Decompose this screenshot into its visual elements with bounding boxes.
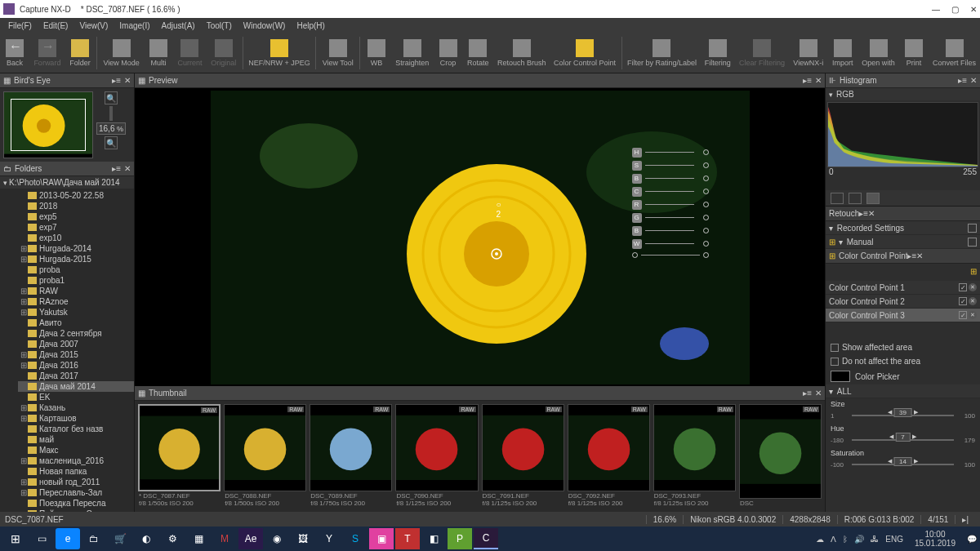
thumbnail-item[interactable]: RAWDSC_7093.NEFf/8 1/125s ISO 200 (653, 404, 736, 509)
toolbar-import[interactable]: Import (828, 33, 858, 73)
tree-item[interactable]: ⊞Дача 2016 (18, 360, 134, 371)
no-affect-checkbox[interactable]: Do not affect the area (826, 354, 980, 368)
tree-item[interactable]: 2013-05-20 22.58 (18, 190, 134, 201)
menu-item[interactable]: Edit(E) (38, 20, 74, 31)
tray-onedrive-icon[interactable]: ☁ (816, 535, 824, 544)
toolbar-viewnx-i[interactable]: ViewNX-i (789, 33, 827, 73)
tree-item[interactable]: ⊞Yakutsk (18, 307, 134, 318)
panel-toggle-icon[interactable]: ▸≡ (958, 76, 967, 85)
preview-marker[interactable]: ○ (497, 200, 501, 209)
menu-item[interactable]: View(V) (74, 20, 113, 31)
toolbar-folder[interactable]: Folder (65, 33, 96, 73)
zoom-out-button[interactable]: 🔍 (105, 136, 118, 149)
ccp-slider-row[interactable]: C (632, 187, 709, 197)
panel-toggle-icon[interactable]: ▸≡ (112, 164, 121, 173)
ccp-slider-row[interactable]: B (632, 226, 709, 236)
tree-item[interactable]: Дача 2007 (18, 339, 134, 349)
toolbar-wb[interactable]: WB (362, 33, 391, 73)
toolbar-retouch-brush[interactable]: Retouch Brush (493, 33, 550, 73)
app-button[interactable]: ◧ (421, 528, 446, 549)
tree-item[interactable]: ⊞Карташов (18, 413, 134, 424)
tree-item[interactable]: ⊞новый год_2011 (18, 477, 134, 487)
ccp-slider-row[interactable]: G (632, 213, 709, 223)
tree-item[interactable]: ⊞Hurgada-2015 (18, 254, 134, 264)
app-button[interactable]: ▣ (369, 528, 394, 549)
birdseye-thumb[interactable] (3, 91, 93, 158)
panel-close-icon[interactable]: ✕ (970, 76, 977, 85)
info-icon[interactable] (831, 193, 844, 204)
ccp-overlay[interactable]: HSBCRGBW (632, 148, 709, 258)
app-button[interactable]: 🗀 (82, 528, 106, 549)
folder-path[interactable]: K:\Photo\RAW\Дача май 2014 (0, 176, 134, 189)
app-button[interactable]: T (395, 528, 420, 549)
thumbnail-item[interactable]: RAWDSC_7089.NEFf/8 1/750s ISO 200 (310, 404, 392, 509)
app-button[interactable]: P (448, 528, 472, 549)
tree-item[interactable]: EK (18, 392, 134, 402)
tree-item[interactable]: ⊞Hurgada-2014 (18, 243, 134, 254)
ccp-slider-row[interactable]: W (632, 239, 709, 249)
tray-bt-icon[interactable]: ᛒ (843, 535, 848, 544)
ccp-slider-row[interactable]: S (632, 161, 709, 171)
thumbnail-item[interactable]: RAWDSC (739, 404, 822, 509)
toolbar-view-tool[interactable]: View Tool (318, 33, 358, 73)
ccp-slider-row[interactable]: H (632, 148, 709, 158)
thumbnail-item[interactable]: RAWDSC_7092.NEFf/8 1/125s ISO 200 (568, 404, 650, 509)
panel-close-icon[interactable]: ✕ (815, 389, 822, 398)
slider-size[interactable]: Size139100 (826, 398, 980, 423)
menu-item[interactable]: Window(W) (238, 20, 291, 31)
tree-item[interactable]: ⊞Дача 2015 (18, 349, 134, 360)
menu-item[interactable]: Help(H) (292, 20, 329, 31)
menu-item[interactable]: File(F) (3, 20, 37, 31)
retouch-row[interactable]: ⊞Manual (826, 235, 980, 249)
tree-item[interactable]: Поездка Пересла (18, 498, 134, 509)
tree-item[interactable]: 2018 (18, 201, 134, 211)
minimize-button[interactable]: — (932, 5, 940, 14)
toolbar-print[interactable]: Print (899, 33, 929, 73)
app-button[interactable]: C (474, 528, 498, 549)
tree-item[interactable]: ⊞Казань (18, 402, 134, 413)
toolbar-color-control-point[interactable]: Color Control Point (550, 33, 619, 73)
app-button[interactable]: ◉ (265, 528, 289, 549)
taskview-button[interactable]: ▭ (29, 528, 54, 549)
ccp-add-icon[interactable]: ⊞ (970, 267, 977, 276)
tree-item[interactable]: ⊞RAznoe (18, 296, 134, 307)
toolbar-multi[interactable]: Multi (144, 33, 173, 73)
panel-toggle-icon[interactable]: ▸≡ (803, 389, 812, 398)
tree-item[interactable]: май (18, 434, 134, 445)
toolbar-view-mode[interactable]: View Mode (99, 33, 144, 73)
tray-net-icon[interactable]: 🖧 (871, 535, 879, 544)
tray-up-icon[interactable]: ᐱ (831, 535, 836, 544)
toolbar-filter-by-rating-label[interactable]: Filter by Rating/Label (624, 33, 701, 73)
tree-item[interactable]: exp7 (18, 222, 134, 233)
app-button[interactable]: ▦ (186, 528, 211, 549)
preview-marker[interactable]: 2 (497, 210, 501, 219)
panel-close-icon[interactable]: ✕ (124, 76, 131, 85)
color-picker[interactable]: Color Picker (826, 368, 980, 384)
tray-notif-icon[interactable]: 💬 (967, 535, 977, 544)
ccp-slider-row[interactable]: R (632, 200, 709, 210)
ccp-slider-row[interactable]: B (632, 174, 709, 184)
tree-item[interactable]: Авито (18, 318, 134, 328)
toolbar-rotate[interactable]: Rotate (463, 33, 494, 73)
app-button[interactable]: Y (317, 528, 341, 549)
start-button[interactable]: ⊞ (3, 528, 28, 549)
show-affected-checkbox[interactable]: Show affected area (826, 340, 980, 354)
toolbar-open-with[interactable]: Open with (858, 33, 899, 73)
slider-saturation[interactable]: Saturation-10014100 (826, 447, 980, 472)
status-next-icon[interactable]: ▸| (955, 515, 975, 524)
menu-item[interactable]: Tool(T) (202, 20, 237, 31)
slider-hue[interactable]: Hue-1807179 (826, 423, 980, 447)
ccp-item[interactable]: Color Control Point 3✓✕ (826, 309, 980, 322)
thumbnail-item[interactable]: RAWDSC_7090.NEFf/8 1/125s ISO 200 (395, 404, 478, 509)
panel-close-icon[interactable]: ✕ (124, 164, 131, 173)
ccp-item[interactable]: Color Control Point 2✓✕ (826, 295, 980, 309)
taskbar-clock[interactable]: 10:00 15.01.2019 (910, 530, 960, 548)
channel-selector[interactable]: RGB (826, 88, 980, 100)
app-button[interactable]: ◐ (134, 528, 158, 549)
panel-toggle-icon[interactable]: ▸≡ (112, 76, 121, 85)
thumbnail-item[interactable]: RAWDSC_7088.NEFf/8 1/500s ISO 200 (224, 404, 306, 509)
tree-item[interactable]: exp5 (18, 211, 134, 222)
panel-close-icon[interactable]: ✕ (815, 76, 822, 85)
zoom-in-button[interactable]: 🔍 (105, 91, 118, 104)
tree-item[interactable]: proba (18, 264, 134, 275)
